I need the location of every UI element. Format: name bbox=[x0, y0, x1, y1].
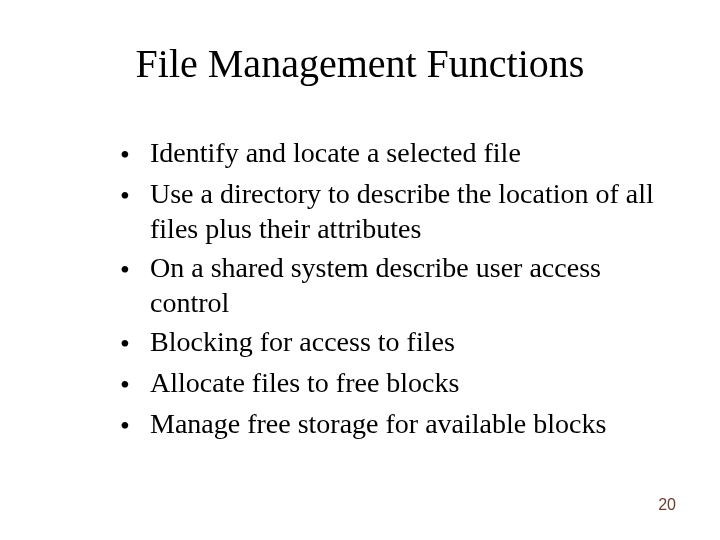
bullet-text: Use a directory to describe the location… bbox=[150, 176, 660, 246]
list-item: • Use a directory to describe the locati… bbox=[120, 176, 660, 246]
list-item: • On a shared system describe user acces… bbox=[120, 250, 660, 320]
list-item: • Allocate files to free blocks bbox=[120, 365, 660, 402]
list-item: • Blocking for access to files bbox=[120, 324, 660, 361]
slide-title: File Management Functions bbox=[0, 40, 720, 87]
bullet-text: Identify and locate a selected file bbox=[150, 135, 660, 170]
page-number: 20 bbox=[658, 496, 676, 514]
bullet-text: On a shared system describe user access … bbox=[150, 250, 660, 320]
bullet-text: Blocking for access to files bbox=[150, 324, 660, 359]
bullet-icon: • bbox=[120, 250, 150, 287]
slide: File Management Functions • Identify and… bbox=[0, 0, 720, 540]
bullet-icon: • bbox=[120, 135, 150, 172]
bullet-icon: • bbox=[120, 324, 150, 361]
bullet-icon: • bbox=[120, 406, 150, 443]
slide-body: • Identify and locate a selected file • … bbox=[120, 135, 660, 447]
bullet-text: Allocate files to free blocks bbox=[150, 365, 660, 400]
list-item: • Manage free storage for available bloc… bbox=[120, 406, 660, 443]
bullet-icon: • bbox=[120, 176, 150, 213]
list-item: • Identify and locate a selected file bbox=[120, 135, 660, 172]
bullet-icon: • bbox=[120, 365, 150, 402]
bullet-text: Manage free storage for available blocks bbox=[150, 406, 660, 441]
